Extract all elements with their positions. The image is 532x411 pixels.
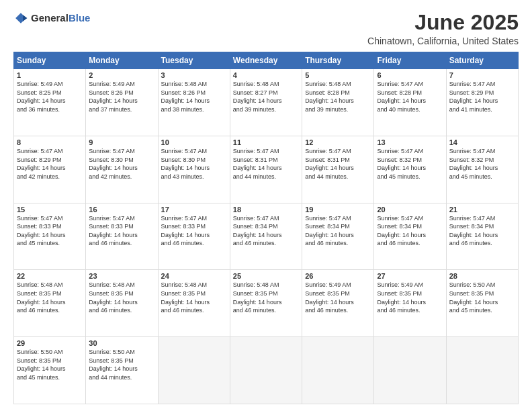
day-number: 9 (89, 138, 154, 146)
cell-info: Sunrise: 5:49 AMSunset: 8:25 PMDaylight:… (17, 80, 83, 113)
cell-info: Sunrise: 5:47 AMSunset: 8:34 PMDaylight:… (377, 214, 443, 248)
cell-info: Sunrise: 5:47 AMSunset: 8:34 PMDaylight:… (449, 214, 515, 248)
day-number: 4 (233, 71, 299, 79)
month-title: June 2025 (367, 11, 519, 34)
day-number: 14 (449, 138, 515, 146)
day-number: 13 (377, 138, 443, 146)
cell-info: Sunrise: 5:47 AMSunset: 8:32 PMDaylight:… (449, 147, 515, 181)
table-row: 29Sunrise: 5:50 AMSunset: 8:35 PMDayligh… (14, 337, 86, 404)
header-monday: Monday (86, 52, 158, 69)
day-number: 2 (89, 71, 154, 79)
cell-info: Sunrise: 5:47 AMSunset: 8:34 PMDaylight:… (233, 214, 299, 248)
logo-blue: Blue (69, 12, 91, 24)
logo: GeneralBlue (13, 11, 90, 26)
header-sunday: Sunday (14, 52, 86, 69)
table-row (446, 337, 518, 404)
table-row: 3Sunrise: 5:48 AMSunset: 8:26 PMDaylight… (158, 69, 230, 136)
cell-info: Sunrise: 5:48 AMSunset: 8:35 PMDaylight:… (233, 281, 299, 314)
day-number: 17 (161, 205, 227, 214)
header-saturday: Saturday (446, 52, 518, 69)
calendar-week-row: 8Sunrise: 5:47 AMSunset: 8:29 PMDaylight… (14, 136, 519, 203)
table-row: 12Sunrise: 5:47 AMSunset: 8:31 PMDayligh… (302, 136, 374, 203)
day-number: 5 (305, 71, 371, 79)
cell-info: Sunrise: 5:48 AMSunset: 8:35 PMDaylight:… (17, 281, 83, 314)
cell-info: Sunrise: 5:50 AMSunset: 8:35 PMDaylight:… (449, 281, 515, 314)
day-number: 15 (17, 205, 83, 214)
page: GeneralBlue June 2025 Chinatown, Califor… (0, 0, 532, 411)
table-row: 8Sunrise: 5:47 AMSunset: 8:29 PMDaylight… (14, 136, 86, 203)
table-row (158, 337, 230, 404)
day-number: 8 (17, 138, 83, 146)
location-title: Chinatown, California, United States (367, 36, 519, 46)
table-row: 23Sunrise: 5:48 AMSunset: 8:35 PMDayligh… (86, 270, 158, 337)
day-number: 26 (305, 272, 371, 280)
day-number: 30 (89, 339, 154, 347)
day-number: 23 (89, 272, 154, 280)
table-row: 27Sunrise: 5:49 AMSunset: 8:35 PMDayligh… (374, 270, 446, 337)
cell-info: Sunrise: 5:47 AMSunset: 8:33 PMDaylight:… (17, 214, 83, 248)
cell-info: Sunrise: 5:50 AMSunset: 8:35 PMDaylight:… (17, 348, 83, 381)
day-number: 28 (449, 272, 515, 280)
cell-info: Sunrise: 5:47 AMSunset: 8:30 PMDaylight:… (161, 147, 227, 181)
day-number: 16 (89, 205, 154, 214)
header-tuesday: Tuesday (158, 52, 230, 69)
cell-info: Sunrise: 5:48 AMSunset: 8:27 PMDaylight:… (233, 80, 299, 113)
day-number: 21 (449, 205, 515, 214)
header-thursday: Thursday (302, 52, 374, 69)
table-row: 9Sunrise: 5:47 AMSunset: 8:30 PMDaylight… (86, 136, 158, 203)
calendar-header-row: Sunday Monday Tuesday Wednesday Thursday… (14, 52, 519, 69)
title-block: June 2025 Chinatown, California, United … (367, 11, 519, 46)
table-row: 10Sunrise: 5:47 AMSunset: 8:30 PMDayligh… (158, 136, 230, 203)
day-number: 7 (449, 71, 515, 79)
cell-info: Sunrise: 5:49 AMSunset: 8:26 PMDaylight:… (89, 80, 154, 113)
table-row: 30Sunrise: 5:50 AMSunset: 8:35 PMDayligh… (86, 337, 158, 404)
table-row: 14Sunrise: 5:47 AMSunset: 8:32 PMDayligh… (446, 136, 518, 203)
header: GeneralBlue June 2025 Chinatown, Califor… (13, 11, 519, 46)
cell-info: Sunrise: 5:47 AMSunset: 8:28 PMDaylight:… (377, 80, 443, 113)
day-number: 19 (305, 205, 371, 214)
day-number: 11 (233, 138, 299, 146)
table-row: 24Sunrise: 5:48 AMSunset: 8:35 PMDayligh… (158, 270, 230, 337)
cell-info: Sunrise: 5:48 AMSunset: 8:35 PMDaylight:… (161, 281, 227, 314)
cell-info: Sunrise: 5:47 AMSunset: 8:32 PMDaylight:… (377, 147, 443, 181)
cell-info: Sunrise: 5:49 AMSunset: 8:35 PMDaylight:… (377, 281, 443, 314)
cell-info: Sunrise: 5:47 AMSunset: 8:31 PMDaylight:… (305, 147, 371, 181)
cell-info: Sunrise: 5:47 AMSunset: 8:33 PMDaylight:… (89, 214, 154, 248)
table-row: 6Sunrise: 5:47 AMSunset: 8:28 PMDaylight… (374, 69, 446, 136)
day-number: 3 (161, 71, 227, 79)
cell-info: Sunrise: 5:48 AMSunset: 8:35 PMDaylight:… (89, 281, 154, 314)
day-number: 25 (233, 272, 299, 280)
table-row: 28Sunrise: 5:50 AMSunset: 8:35 PMDayligh… (446, 270, 518, 337)
table-row: 1Sunrise: 5:49 AMSunset: 8:25 PMDaylight… (14, 69, 86, 136)
cell-info: Sunrise: 5:47 AMSunset: 8:29 PMDaylight:… (449, 80, 515, 113)
cell-info: Sunrise: 5:47 AMSunset: 8:29 PMDaylight:… (17, 147, 83, 181)
logo-text: GeneralBlue (31, 12, 90, 24)
calendar-week-row: 22Sunrise: 5:48 AMSunset: 8:35 PMDayligh… (14, 270, 519, 337)
table-row: 18Sunrise: 5:47 AMSunset: 8:34 PMDayligh… (230, 203, 302, 270)
table-row: 13Sunrise: 5:47 AMSunset: 8:32 PMDayligh… (374, 136, 446, 203)
table-row: 21Sunrise: 5:47 AMSunset: 8:34 PMDayligh… (446, 203, 518, 270)
cell-info: Sunrise: 5:50 AMSunset: 8:35 PMDaylight:… (89, 348, 154, 381)
table-row: 11Sunrise: 5:47 AMSunset: 8:31 PMDayligh… (230, 136, 302, 203)
header-wednesday: Wednesday (230, 52, 302, 69)
table-row (230, 337, 302, 404)
cell-info: Sunrise: 5:47 AMSunset: 8:31 PMDaylight:… (233, 147, 299, 181)
day-number: 20 (377, 205, 443, 214)
calendar-week-row: 29Sunrise: 5:50 AMSunset: 8:35 PMDayligh… (14, 337, 519, 404)
calendar-week-row: 1Sunrise: 5:49 AMSunset: 8:25 PMDaylight… (14, 69, 519, 136)
table-row: 26Sunrise: 5:49 AMSunset: 8:35 PMDayligh… (302, 270, 374, 337)
table-row (302, 337, 374, 404)
table-row: 2Sunrise: 5:49 AMSunset: 8:26 PMDaylight… (86, 69, 158, 136)
table-row: 16Sunrise: 5:47 AMSunset: 8:33 PMDayligh… (86, 203, 158, 270)
day-number: 27 (377, 272, 443, 280)
calendar-table: Sunday Monday Tuesday Wednesday Thursday… (13, 52, 519, 404)
day-number: 18 (233, 205, 299, 214)
cell-info: Sunrise: 5:47 AMSunset: 8:30 PMDaylight:… (89, 147, 154, 181)
calendar-week-row: 15Sunrise: 5:47 AMSunset: 8:33 PMDayligh… (14, 203, 519, 270)
cell-info: Sunrise: 5:49 AMSunset: 8:35 PMDaylight:… (305, 281, 371, 314)
day-number: 24 (161, 272, 227, 280)
header-friday: Friday (374, 52, 446, 69)
table-row (374, 337, 446, 404)
day-number: 10 (161, 138, 227, 146)
table-row: 25Sunrise: 5:48 AMSunset: 8:35 PMDayligh… (230, 270, 302, 337)
